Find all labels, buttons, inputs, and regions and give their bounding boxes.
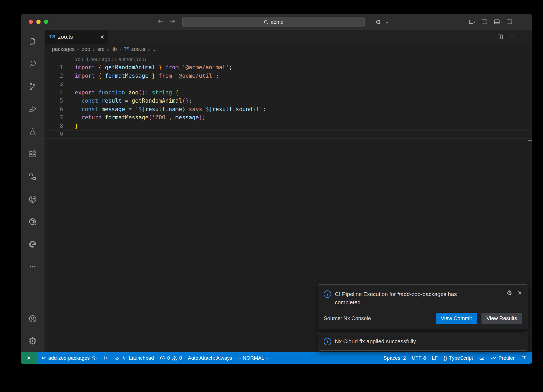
toggle-panel-right-icon[interactable] (506, 18, 513, 25)
breadcrumb-item[interactable]: lib (112, 46, 117, 52)
indentation-item[interactable]: Spaces: 2 (380, 352, 409, 364)
account-icon[interactable] (21, 308, 45, 330)
breadcrumb-separator-icon: › (93, 46, 95, 52)
code-line[interactable]: 5 const result = getRandomAnimal(); (45, 97, 532, 105)
editor-actions (497, 30, 515, 44)
notification-settings-gear-icon[interactable]: ⚙ (507, 290, 512, 296)
line-number: 8 (45, 122, 63, 130)
code-line[interactable]: 9 (45, 130, 532, 139)
copilot-icon[interactable] (375, 19, 382, 25)
edge-browser-icon[interactable] (21, 233, 45, 255)
explorer-icon[interactable] (21, 30, 45, 53)
search-icon[interactable] (21, 53, 45, 75)
notification-message: CI Pipeline Execution for #add-zoo-packa… (335, 290, 479, 306)
nx-cloud-icon[interactable] (21, 210, 45, 233)
more-views-icon[interactable] (21, 255, 45, 278)
chevron-down-icon[interactable] (385, 20, 389, 24)
launchpad-label: Launchpad (129, 355, 154, 361)
navigate-back-icon[interactable] (157, 18, 164, 25)
git-branch-item[interactable]: add-zoo-packages (38, 352, 100, 364)
language-label: TypeScript (449, 355, 473, 361)
references-icon[interactable] (21, 165, 45, 188)
problems-item[interactable]: 0 0 (157, 352, 185, 364)
tab-title: zoo.ts (58, 34, 73, 40)
code-text: return formatMessage('ZOO', message); (63, 114, 205, 122)
breadcrumb-item[interactable]: zoo (82, 46, 90, 52)
remote-indicator[interactable] (21, 352, 37, 364)
breadcrumb-item[interactable]: packages (52, 46, 75, 52)
info-icon: i (324, 290, 331, 298)
rocket-icon (114, 355, 120, 361)
copilot-icon (479, 355, 485, 361)
code-text: const result = getRandomAnimal(); (63, 97, 192, 105)
command-center-search[interactable]: acme (182, 17, 365, 27)
copilot-status-item[interactable] (476, 352, 488, 364)
warning-icon (172, 355, 177, 361)
code-text: } (63, 122, 78, 130)
eol-item[interactable]: LF (429, 352, 441, 364)
toggle-panel-bottom-icon[interactable] (493, 18, 500, 25)
notification-message: Nx Cloud fix applied successfully (335, 338, 416, 345)
code-line[interactable]: 7 return formatMessage('ZOO', message); (45, 114, 532, 122)
status-bar-left: add-zoo-packages Launchpad 0 0 Auto Atta… (37, 352, 272, 364)
notification-close-icon[interactable]: ✕ (517, 290, 522, 296)
vim-mode-item[interactable]: -- NORMAL -- (235, 352, 272, 364)
gitlens-blame-annotation: You, 1 hour ago | 1 author (You) (45, 55, 532, 63)
tab-zoo-ts[interactable]: TS zoo.ts ✕ (45, 30, 108, 44)
code-line[interactable]: 8} (45, 122, 532, 130)
breadcrumb-separator-icon: › (107, 46, 109, 52)
language-mode-item[interactable]: {} TypeScript (441, 352, 476, 364)
indent-guide (75, 97, 75, 122)
git-graph-item[interactable] (100, 352, 111, 364)
breadcrumb-item[interactable]: TSzoo.ts (124, 46, 145, 52)
code-line[interactable]: 4export function zoo(): string { (45, 89, 532, 97)
code-text (63, 130, 75, 139)
code-line[interactable]: 2import { formatMessage } from '@acme/ut… (45, 72, 532, 80)
code-line[interactable]: 6 const message = `${result.name} says $… (45, 105, 532, 114)
formatter-item[interactable]: Prettier (488, 352, 518, 364)
source-control-icon[interactable] (21, 75, 45, 98)
notification-toasts: i CI Pipeline Execution for #add-zoo-pac… (318, 284, 528, 351)
encoding-item[interactable]: UTF-8 (409, 352, 429, 364)
layout-controls (468, 18, 513, 25)
split-editor-icon[interactable] (497, 33, 504, 40)
line-number: 4 (45, 89, 63, 97)
settings-gear-icon[interactable]: ⚙ (21, 330, 45, 352)
customize-layout-icon[interactable] (468, 18, 475, 25)
nx-console-icon[interactable] (21, 188, 45, 210)
tab-bar: TS zoo.ts ✕ (45, 30, 532, 44)
more-actions-icon[interactable] (509, 33, 515, 40)
navigate-forward-icon[interactable] (169, 18, 176, 25)
close-tab-icon[interactable]: ✕ (100, 34, 104, 40)
view-results-button[interactable]: View Results (481, 313, 522, 324)
formatter-label: Prettier (498, 355, 515, 361)
breadcrumb-item[interactable]: ... (152, 46, 157, 52)
minimize-window-button[interactable] (36, 20, 41, 24)
vscode-window: acme (21, 14, 532, 364)
error-count: 0 (167, 355, 170, 361)
overview-ruler-mark (528, 140, 532, 141)
line-number: 9 (45, 130, 63, 139)
error-icon (160, 355, 165, 361)
braces-icon: {} (444, 355, 447, 361)
line-number: 1 (45, 63, 63, 72)
line-number: 7 (45, 114, 63, 122)
notification-nx-cloud: i Nx Cloud fix applied successfully (318, 332, 528, 351)
view-commit-button[interactable]: View Commit (436, 313, 477, 324)
launchpad-item[interactable]: Launchpad (111, 352, 157, 364)
code-line[interactable]: 3 (45, 80, 532, 89)
extensions-icon[interactable] (21, 143, 45, 165)
traffic-lights (29, 20, 48, 24)
auto-attach-item[interactable]: Auto Attach: Always (185, 352, 235, 364)
code-text: import { formatMessage } from '@acme/uti… (63, 72, 219, 80)
bell-icon (520, 355, 526, 361)
run-and-debug-icon[interactable] (21, 98, 45, 120)
toggle-panel-left-icon[interactable] (481, 18, 488, 25)
code-line[interactable]: 1import { getRandomAnimal } from '@acme/… (45, 63, 532, 72)
breadcrumb: packages›zoo›src›lib›TSzoo.ts›... (45, 44, 532, 54)
zoom-window-button[interactable] (44, 20, 48, 24)
breadcrumb-item[interactable]: src (97, 46, 104, 52)
testing-icon[interactable] (21, 120, 45, 143)
notifications-bell-item[interactable] (518, 352, 529, 364)
close-window-button[interactable] (29, 20, 33, 24)
